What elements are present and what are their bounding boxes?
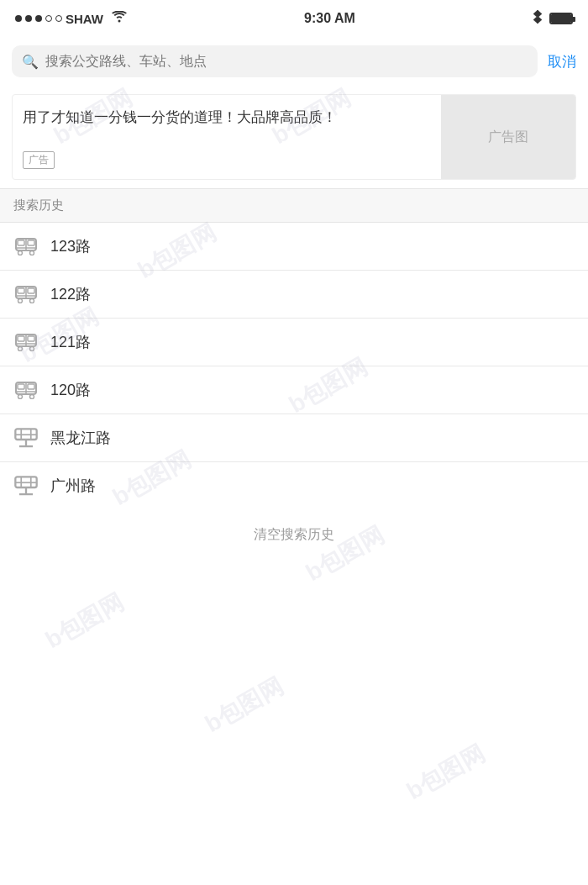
- bus-icon: [13, 380, 39, 400]
- history-item-2[interactable]: 121路: [0, 319, 588, 366]
- bus-icon: [13, 236, 39, 256]
- history-label-1: 122路: [50, 284, 91, 304]
- svg-point-19: [18, 347, 23, 351]
- watermark10: b包图网: [401, 737, 491, 807]
- bus-icon: [13, 284, 39, 304]
- svg-rect-15: [18, 336, 24, 341]
- status-bar: SHAW 9:30 AM: [0, 0, 588, 37]
- stop-icon: [13, 428, 39, 448]
- svg-rect-8: [18, 288, 24, 293]
- ad-image-label: 广告图: [488, 129, 528, 146]
- svg-point-20: [30, 347, 34, 351]
- wifi-icon: [112, 11, 127, 26]
- section-header-search-history: 搜索历史: [0, 188, 588, 223]
- cancel-button[interactable]: 取消: [548, 52, 576, 71]
- svg-rect-22: [18, 384, 24, 389]
- svg-rect-1: [18, 240, 24, 245]
- signal-dots: [15, 15, 62, 22]
- bus-icon: [13, 332, 39, 352]
- svg-point-13: [30, 299, 34, 303]
- history-label-2: 121路: [50, 332, 91, 352]
- history-item-4[interactable]: 黑龙江路: [0, 414, 588, 462]
- battery-icon: [549, 13, 573, 24]
- svg-point-27: [30, 395, 34, 399]
- dot4: [45, 15, 52, 22]
- carrier-label: SHAW: [66, 12, 103, 26]
- dot3: [35, 15, 42, 22]
- history-item-3[interactable]: 120路: [0, 366, 588, 414]
- watermark9: b包图网: [199, 670, 289, 740]
- history-label-4: 黑龙江路: [50, 428, 111, 448]
- search-input[interactable]: [45, 54, 528, 69]
- svg-rect-2: [28, 240, 34, 245]
- ad-tag: 广告: [23, 151, 55, 169]
- svg-rect-16: [28, 336, 34, 341]
- history-list: 123路 122路 121路: [0, 223, 588, 509]
- clear-history-button[interactable]: 清空搜索历史: [0, 509, 588, 561]
- history-label-3: 120路: [50, 380, 91, 400]
- status-left: SHAW: [15, 11, 127, 26]
- search-icon: 🔍: [22, 54, 39, 70]
- svg-rect-23: [28, 384, 34, 389]
- history-item-0[interactable]: 123路: [0, 223, 588, 271]
- bluetooth-icon: [533, 9, 543, 28]
- search-bar: 🔍 取消: [0, 37, 588, 86]
- svg-point-6: [30, 251, 34, 255]
- dot2: [25, 15, 32, 22]
- dot5: [55, 15, 62, 22]
- search-input-container[interactable]: 🔍: [12, 45, 538, 77]
- history-label-0: 123路: [50, 236, 91, 256]
- battery-fill: [551, 14, 571, 23]
- status-right: [533, 9, 573, 28]
- svg-point-5: [18, 251, 23, 255]
- history-item-1[interactable]: 122路: [0, 271, 588, 319]
- watermark8: b包图网: [39, 586, 129, 656]
- section-header-label: 搜索历史: [13, 198, 64, 212]
- svg-rect-9: [28, 288, 34, 293]
- stop-icon: [13, 476, 39, 496]
- ad-main-text: 用了才知道一分钱一分货的道理！大品牌高品质！: [23, 107, 431, 129]
- history-label-5: 广州路: [50, 476, 96, 496]
- dot1: [15, 15, 22, 22]
- ad-image: 广告图: [441, 95, 575, 179]
- svg-point-26: [18, 395, 23, 399]
- status-time: 9:30 AM: [304, 11, 355, 26]
- svg-point-12: [18, 299, 23, 303]
- ad-text-area: 用了才知道一分钱一分货的道理！大品牌高品质！ 广告: [13, 95, 441, 179]
- ad-banner[interactable]: 用了才知道一分钱一分货的道理！大品牌高品质！ 广告 广告图: [12, 94, 576, 180]
- history-item-5[interactable]: 广州路: [0, 462, 588, 509]
